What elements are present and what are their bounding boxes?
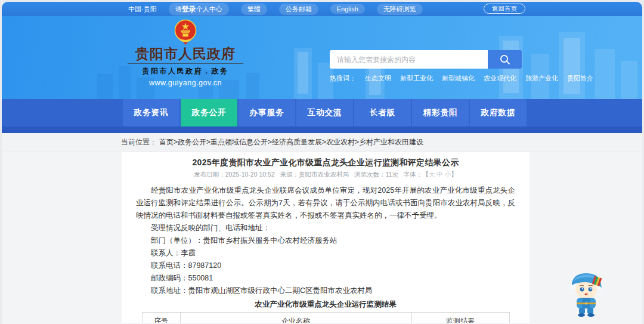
views-value: 11次 <box>386 171 398 178</box>
contact-line-department: 部门（单位）：贵阳市乡村振兴服务中心农村经济服务站 <box>136 234 515 247</box>
hot-search-label: 热搜词： <box>330 74 356 83</box>
browser-page: 中国·贵阳 请登录个人中心 繁體 公务邮箱 English 无障碍浏览 返回首页 <box>2 2 642 324</box>
site-subtitle: 贵阳市人民政府．政务 <box>124 66 247 76</box>
source-value: 贵阳市农业农村局 <box>299 171 349 178</box>
national-emblem-icon <box>173 18 198 46</box>
hot-word-link[interactable]: 生态文明 <box>365 74 391 83</box>
breadcrumb-label: 当前位置： <box>121 137 157 147</box>
contact-line-person: 联系人：李霞 <box>136 247 515 260</box>
hot-word-link[interactable]: 新型城镇化 <box>442 74 475 83</box>
nav-tab-zhengwuzixun[interactable]: 政务资讯 <box>123 99 179 126</box>
font-bracket-open: 【 <box>422 171 429 178</box>
breadcrumb-path[interactable]: 首页>政务公开>重点领域信息公开>经济高质量发展>农业农村>乡村产业和农田建设 <box>159 137 423 147</box>
content-area: 2025年度贵阳市农业产业化市级重点龙头企业运行监测和评定结果公示 发布日期：2… <box>2 152 642 323</box>
hot-word-link[interactable]: 农业现代化 <box>484 74 516 83</box>
nav-tab-zhengfushuju[interactable]: 政府数据 <box>470 99 527 126</box>
font-bracket-close: 】 <box>451 171 457 178</box>
article-card: 2025年度贵阳市农业产业化市级重点龙头企业运行监测和评定结果公示 发布日期：2… <box>122 152 530 323</box>
nav-bottom-strip <box>2 126 642 133</box>
article-paragraph: 经贵阳市农业产业化市级重点龙头企业联席会议成员单位审定，现对2025年开展的农业… <box>136 184 515 222</box>
nav-tab-hudongjiaoliu[interactable]: 互动交流 <box>296 99 353 126</box>
site-url: www.guiyang.gov.cn <box>124 79 247 87</box>
views-label: 浏览次数： <box>354 171 386 178</box>
contact-line-postcode: 邮政编码：550081 <box>136 272 515 285</box>
hot-word-link[interactable]: 贵阳简介 <box>567 74 593 83</box>
search-bar <box>330 50 522 69</box>
mascot-assistant[interactable] <box>566 270 606 317</box>
font-size-label: 字体： <box>404 171 423 178</box>
article-meta: 发布日期：2025-10-20 10:52 来源：贵阳市农业农村局 浏览次数：1… <box>136 171 515 178</box>
table-caption: 农业产业化市级重点龙头企业运行监测结果 <box>136 299 515 310</box>
monitor-result-table: 序号 企业名称 监测结果 1 贵州合力超市采购有限公司 合格 2 贵州友禾种业有… <box>142 312 510 323</box>
top-utility-bar: 中国·贵阳 请登录个人中心 繁體 公务邮箱 English 无障碍浏览 返回首页 <box>2 2 642 16</box>
publish-date-label: 发布日期： <box>194 171 225 178</box>
site-title: 贵阳市人民政府 <box>124 47 247 61</box>
site-banner: 贵阳市人民政府 贵阳市人民政府．政务 www.guiyang.gov.cn 热搜… <box>2 16 642 99</box>
main-navigation: 政务资讯 政务公开 办事服务 互动交流 长者版 精彩贵阳 政府数据 <box>2 99 642 133</box>
publish-date-value: 2025-10-20 10:52 <box>225 171 275 178</box>
english-link[interactable]: English <box>330 4 365 14</box>
logo-divider <box>128 63 243 64</box>
back-to-home-button[interactable]: 返回首页 <box>484 4 525 14</box>
nav-tab-zhangzheban[interactable]: 长者版 <box>354 99 411 126</box>
nav-tabs: 政务资讯 政务公开 办事服务 互动交流 长者版 精彩贵阳 政府数据 <box>123 99 527 126</box>
search-button[interactable] <box>488 50 522 69</box>
nav-tab-zhengwugongkai[interactable]: 政务公开 <box>181 99 237 126</box>
site-region-link[interactable]: 中国·贵阳 <box>128 5 157 14</box>
breadcrumb: 当前位置： 首页>政务公开>重点领域信息公开>经济高质量发展>农业农村>乡村产业… <box>2 133 642 152</box>
header-cell-company: 企业名称 <box>180 313 411 323</box>
font-size-medium-button[interactable]: 中 <box>436 171 443 178</box>
site-logo-block[interactable]: 贵阳市人民政府 贵阳市人民政府．政务 www.guiyang.gov.cn <box>124 18 247 87</box>
article-title: 2025年度贵阳市农业产业化市级重点龙头企业运行监测和评定结果公示 <box>136 158 515 168</box>
hot-word-link[interactable]: 新型工业化 <box>400 74 433 83</box>
nav-tab-banshifuwu[interactable]: 办事服务 <box>239 99 295 126</box>
header-cell-result: 监测结果 <box>411 313 509 323</box>
search-area: 热搜词： 生态文明 新型工业化 新型城镇化 农业现代化 旅游产业化 贵阳简介 <box>330 50 522 83</box>
search-icon <box>499 54 511 66</box>
traditional-chinese-link[interactable]: 繁體 <box>241 4 267 15</box>
contact-line-phone: 联系电话：87987120 <box>136 260 515 272</box>
hot-word-link[interactable]: 旅游产业化 <box>525 74 558 83</box>
nav-tab-jingcaiguiyang[interactable]: 精彩贵阳 <box>412 99 469 126</box>
article-paragraph: 受理情况反映的部门、电话和地址： <box>136 222 515 234</box>
header-cell-seq: 序号 <box>142 313 180 323</box>
font-size-large-button[interactable]: 大 <box>429 171 435 178</box>
official-mail-link[interactable]: 公务邮箱 <box>279 4 318 15</box>
table-header-row: 序号 企业名称 监测结果 <box>142 313 509 323</box>
source-label: 来源： <box>280 171 299 178</box>
contact-line-address: 联系地址：贵阳市观山湖区市级行政中心二期C区贵阳市农业农村局 <box>136 285 515 297</box>
accessibility-link[interactable]: 无障碍浏览 <box>377 4 423 15</box>
search-input[interactable] <box>330 50 488 69</box>
font-size-small-button[interactable]: 小 <box>445 171 451 178</box>
hot-search-row: 热搜词： 生态文明 新型工业化 新型城镇化 农业现代化 旅游产业化 贵阳简介 <box>330 74 522 83</box>
login-link[interactable]: 请登录个人中心 <box>169 3 229 16</box>
